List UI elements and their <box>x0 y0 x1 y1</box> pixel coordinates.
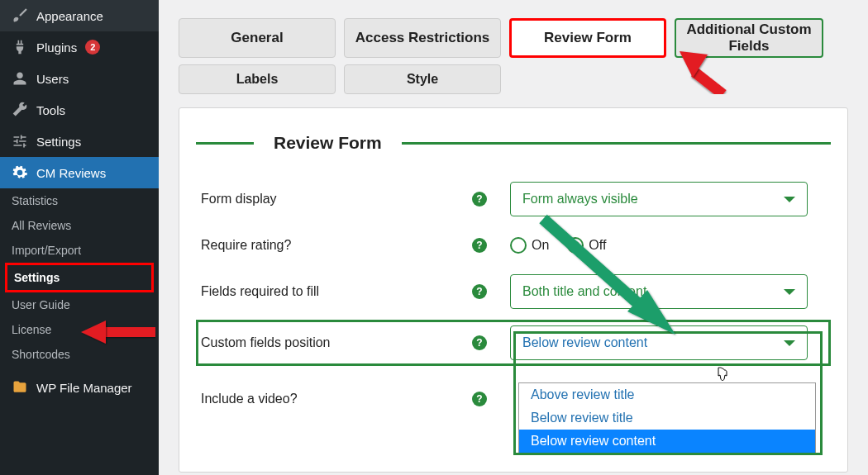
select-value: Form always visible <box>522 192 638 207</box>
tab-review-form[interactable]: Review Form <box>509 18 666 58</box>
dropdown-option[interactable]: Below review title <box>519 406 815 430</box>
help-icon[interactable]: ? <box>472 335 487 350</box>
select-fields-required[interactable]: Both title and content <box>510 274 808 309</box>
help-icon[interactable]: ? <box>472 284 487 299</box>
radio-on[interactable]: On <box>510 237 549 254</box>
sidebar-sub-shortcodes[interactable]: Shortcodes <box>0 342 159 367</box>
sidebar-sub-all-reviews[interactable]: All Reviews <box>0 213 159 238</box>
section-title-row: Review Form <box>196 133 831 153</box>
radio-off[interactable]: Off <box>567 237 606 254</box>
select-value: Both title and content <box>522 284 646 299</box>
tab-style[interactable]: Style <box>344 64 501 94</box>
sidebar-item-label: Tools <box>36 103 65 117</box>
sidebar-item-tools[interactable]: Tools <box>0 94 159 126</box>
plug-icon <box>12 39 28 55</box>
sidebar-item-plugins[interactable]: Plugins 2 <box>0 31 159 63</box>
field-label: Include a video? <box>201 392 298 406</box>
tabs-row-1: General Access Restrictions Review Form … <box>179 18 848 58</box>
user-icon <box>12 70 28 87</box>
sidebar-item-label: Users <box>36 72 69 86</box>
row-require-rating: Require rating? ? On Off <box>196 222 831 268</box>
radio-icon <box>510 237 527 254</box>
help-icon[interactable]: ? <box>472 192 487 207</box>
help-icon[interactable]: ? <box>472 392 487 406</box>
row-custom-fields-position: Custom fields position ? Below review co… <box>196 320 831 366</box>
field-label: Fields required to fill <box>201 284 319 299</box>
sidebar-item-label: WP File Manager <box>36 381 132 395</box>
radio-label-text: On <box>532 238 549 253</box>
row-form-display: Form display ? Form always visible <box>196 176 831 222</box>
tabs-row-2: Labels Style <box>179 64 848 94</box>
sidebar-item-wp-file-manager[interactable]: WP File Manager <box>0 372 159 403</box>
select-custom-fields-position[interactable]: Below review content <box>510 325 808 360</box>
settings-panel: Review Form Form display ? Form always v… <box>179 107 848 473</box>
divider-line <box>196 142 254 145</box>
sidebar-item-settings[interactable]: Settings <box>0 126 159 157</box>
dropdown-option[interactable]: Above review title <box>519 383 815 406</box>
sidebar-item-users[interactable]: Users <box>0 63 159 94</box>
tab-access-restrictions[interactable]: Access Restrictions <box>344 18 501 58</box>
sidebar-item-label: CM Reviews <box>36 166 106 180</box>
field-label: Require rating? <box>201 238 291 253</box>
tab-additional-custom-fields[interactable]: Additional Custom Fields <box>675 18 823 58</box>
brush-icon <box>12 7 28 24</box>
tab-general[interactable]: General <box>179 18 336 58</box>
radio-label-text: Off <box>589 238 606 253</box>
dropdown-option[interactable]: Below review content <box>519 430 815 453</box>
dropdown-list-custom-fields-position: Above review title Below review title Be… <box>518 382 816 454</box>
content-area: General Access Restrictions Review Form … <box>159 0 868 475</box>
select-value: Below review content <box>522 335 647 350</box>
divider-line <box>402 142 831 145</box>
sidebar-item-appearance[interactable]: Appearance <box>0 0 159 31</box>
sidebar-item-label: Appearance <box>36 9 103 23</box>
select-form-display[interactable]: Form always visible <box>510 182 808 216</box>
folder-icon <box>12 379 28 396</box>
sidebar-sub-import-export[interactable]: Import/Export <box>0 238 159 263</box>
sidebar-item-cm-reviews[interactable]: CM Reviews <box>0 157 159 188</box>
radio-group-require-rating: On Off <box>510 237 606 254</box>
sliders-icon <box>12 133 28 150</box>
sidebar-item-label: Plugins <box>36 40 77 55</box>
field-label: Form display <box>201 192 277 207</box>
help-icon[interactable]: ? <box>472 238 487 253</box>
wrench-icon <box>12 102 28 118</box>
field-label: Custom fields position <box>201 335 331 350</box>
radio-icon <box>567 237 584 254</box>
sidebar-sub-user-guide[interactable]: User Guide <box>0 292 159 317</box>
sidebar-sub-license[interactable]: License <box>0 317 159 342</box>
sidebar-sub-statistics[interactable]: Statistics <box>0 188 159 213</box>
row-fields-required: Fields required to fill ? Both title and… <box>196 268 831 315</box>
admin-sidebar: Appearance Plugins 2 Users Tools Setti <box>0 0 159 475</box>
sidebar-sub-settings[interactable]: Settings <box>5 263 154 292</box>
sidebar-item-label: Settings <box>36 135 81 149</box>
section-title: Review Form <box>274 133 382 153</box>
update-badge: 2 <box>85 40 100 55</box>
gear-icon <box>12 164 28 181</box>
tab-labels[interactable]: Labels <box>179 64 336 94</box>
